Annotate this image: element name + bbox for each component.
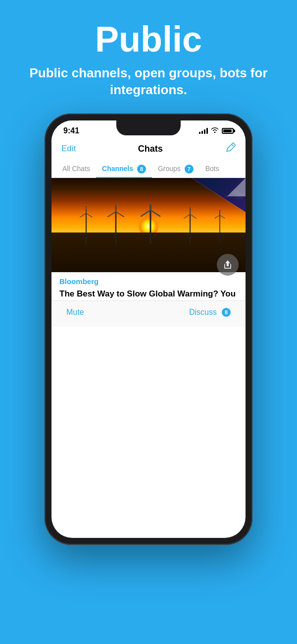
svg-line-7 bbox=[108, 212, 116, 217]
channels-badge: 8 bbox=[137, 165, 146, 174]
groups-badge: 7 bbox=[185, 165, 194, 174]
bottom-bar: Mute Discuss 8 bbox=[51, 300, 246, 327]
phone-notch bbox=[116, 120, 181, 135]
tab-bar: All Chats Channels 8 Groups 7 Bots bbox=[51, 161, 246, 178]
tab-groups[interactable]: Groups 7 bbox=[152, 161, 199, 177]
discuss-section[interactable]: Discuss 8 bbox=[189, 308, 231, 317]
chat-area: FT Financial Times 9:41 PM Truth is like… bbox=[51, 178, 246, 300]
chats-title: Chats bbox=[138, 144, 163, 154]
tab-bots[interactable]: Bots bbox=[199, 161, 225, 177]
article-source: Bloomberg bbox=[59, 277, 238, 286]
tab-channels[interactable]: Channels 8 bbox=[96, 161, 152, 177]
share-button[interactable] bbox=[217, 254, 239, 276]
svg-line-14 bbox=[190, 214, 196, 218]
compose-button[interactable] bbox=[225, 142, 236, 156]
svg-line-15 bbox=[184, 214, 190, 218]
discuss-badge: 8 bbox=[222, 308, 231, 317]
edit-button[interactable]: Edit bbox=[61, 144, 76, 154]
status-time: 9:41 bbox=[63, 126, 79, 135]
navigation-bar: Edit Chats bbox=[51, 138, 246, 161]
article-title: The Best Way to Slow Global Warming? You… bbox=[59, 289, 238, 300]
phone-mockup: 9:41 bbox=[0, 114, 297, 545]
discuss-label: Discuss bbox=[189, 308, 217, 317]
battery-icon bbox=[222, 128, 234, 134]
phone-body: 9:41 bbox=[45, 114, 252, 545]
svg-line-6 bbox=[116, 212, 124, 217]
hero-subtitle: Public channels, open groups, bots for i… bbox=[10, 65, 287, 99]
windmill-svg bbox=[51, 204, 246, 244]
hero-section: Public Public channels, open groups, bot… bbox=[0, 0, 297, 114]
article-panel: Bloomberg The Best Way to Slow Global Wa… bbox=[51, 178, 246, 300]
hero-title: Public bbox=[10, 20, 287, 59]
svg-line-3 bbox=[80, 213, 86, 217]
mute-button[interactable]: Mute bbox=[66, 308, 84, 317]
wifi-icon bbox=[211, 127, 219, 134]
svg-line-19 bbox=[215, 215, 220, 218]
svg-line-10 bbox=[150, 210, 160, 216]
tab-all-chats[interactable]: All Chats bbox=[56, 161, 96, 177]
signal-icon bbox=[199, 128, 208, 134]
article-text: Bloomberg The Best Way to Slow Global Wa… bbox=[51, 272, 246, 300]
svg-line-11 bbox=[141, 210, 150, 216]
status-icons bbox=[199, 127, 234, 134]
phone-screen: 9:41 bbox=[51, 120, 246, 538]
svg-line-2 bbox=[86, 213, 92, 217]
svg-line-18 bbox=[220, 215, 225, 218]
